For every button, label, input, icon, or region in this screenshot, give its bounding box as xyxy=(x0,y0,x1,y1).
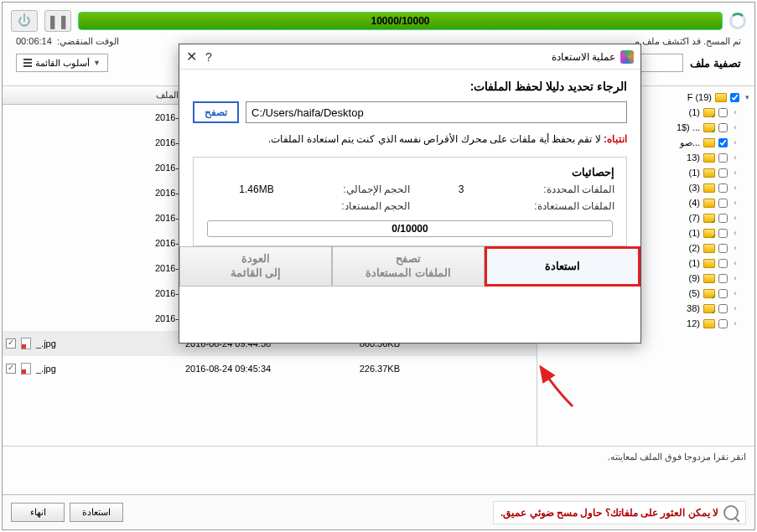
restore-dialog: عملية الاستعادة ? ✕ الرجاء تحديد دليلا ل… xyxy=(179,44,641,343)
chevron-down-icon: ▼ xyxy=(93,59,101,67)
tree-caret-icon: › xyxy=(731,229,739,237)
main-progress-bar: 10000/10000 xyxy=(78,12,723,30)
scan-status-text: تم المسح. قد اكتشف ملف مـ xyxy=(632,36,741,47)
file-icon xyxy=(21,338,31,349)
dialog-close-button[interactable]: ✕ xyxy=(186,49,197,65)
tree-checkbox[interactable] xyxy=(718,274,728,283)
dialog-help-button[interactable]: ? xyxy=(205,50,212,64)
tree-checkbox[interactable] xyxy=(718,319,728,328)
tree-caret-icon: › xyxy=(731,123,739,132)
tree-item-label: (1) xyxy=(689,168,700,178)
tree-caret-icon: › xyxy=(731,168,739,177)
warning-text: انتباه: لا تقم بحفظ أية ملفات على محرك ا… xyxy=(193,133,627,145)
tree-checkbox[interactable] xyxy=(718,153,728,163)
spinner-icon xyxy=(729,13,746,29)
folder-icon xyxy=(703,183,715,193)
folder-icon xyxy=(715,93,727,102)
browse-button[interactable]: تصفح xyxy=(193,101,239,123)
check-icon[interactable] xyxy=(6,364,16,374)
file-name: _.jpg xyxy=(36,338,185,349)
list-icon xyxy=(23,59,32,67)
tree-caret-icon: › xyxy=(731,259,739,267)
dialog-title: عملية الاستعادة xyxy=(552,51,615,63)
tree-item-label: F (19) xyxy=(687,92,712,102)
tree-checkbox[interactable] xyxy=(718,289,728,298)
tree-checkbox[interactable] xyxy=(730,93,739,102)
dialog-recover-button[interactable]: استعادة xyxy=(485,246,640,287)
recycle-icon xyxy=(620,50,634,64)
dialog-browse-recovered-button[interactable]: تصفحالملفات المستعادة xyxy=(332,246,485,287)
tree-item-label: (7) xyxy=(689,213,700,223)
tree-checkbox[interactable] xyxy=(718,214,728,223)
folder-icon xyxy=(703,168,715,178)
check-icon[interactable] xyxy=(6,338,16,349)
recover-button[interactable]: استعادة xyxy=(70,503,123,522)
file-icon xyxy=(21,363,31,374)
tree-checkbox[interactable] xyxy=(718,244,728,253)
folder-icon xyxy=(703,123,715,132)
pause-button[interactable]: ❚❚ xyxy=(44,10,71,32)
tree-caret-icon: › xyxy=(731,183,739,192)
stats-grid: الملفات المحددة: 3 الحجم الإجمالي: 1.46M… xyxy=(205,183,614,212)
tree-checkbox[interactable] xyxy=(718,259,728,268)
tree-checkbox[interactable] xyxy=(718,138,728,147)
tree-checkbox[interactable] xyxy=(718,199,728,208)
folder-icon xyxy=(703,244,715,253)
tree-item-label: 38) xyxy=(687,303,700,313)
preview-hint: انقر نقرا مزدوجا فوق الملف لمعاينته. xyxy=(3,446,754,471)
tree-item-label: (1) xyxy=(689,228,700,238)
tree-checkbox[interactable] xyxy=(718,123,728,132)
folder-icon xyxy=(703,199,715,208)
tree-item-label: 13) xyxy=(687,152,700,163)
folder-icon xyxy=(703,153,715,163)
tree-item-label: 12) xyxy=(687,318,700,328)
folder-icon xyxy=(703,304,715,313)
file-size: 226.37KB xyxy=(318,364,400,374)
tree-checkbox[interactable] xyxy=(718,183,728,193)
tree-item-label: (1) xyxy=(689,107,700,117)
tree-item-label: 1$) ... xyxy=(677,122,700,132)
tree-caret-icon: › xyxy=(731,289,739,297)
tree-item-label: (2) xyxy=(689,243,700,253)
tree-checkbox[interactable] xyxy=(718,229,728,238)
tree-caret-icon: › xyxy=(731,108,739,116)
tree-item-label: صو... xyxy=(680,137,700,148)
tree-item-label: (1) xyxy=(689,258,700,268)
stop-button[interactable]: ⏻ xyxy=(11,10,38,32)
file-name: _.jpg xyxy=(36,364,185,374)
stats-title: إحصائيات xyxy=(205,166,614,178)
tree-caret-icon: › xyxy=(731,319,739,328)
dialog-back-button[interactable]: العودةإلى القائمة xyxy=(179,246,332,287)
filter-label: تصفية ملف xyxy=(690,57,741,70)
tree-checkbox[interactable] xyxy=(718,304,728,313)
tree-checkbox[interactable] xyxy=(718,168,728,178)
tree-caret-icon: › xyxy=(731,214,739,222)
list-mode-label: أسلوب القائمة xyxy=(35,58,90,69)
tree-caret-icon: › xyxy=(731,199,739,207)
tree-item-label: (3) xyxy=(689,183,700,193)
file-row[interactable]: _.jpg2016-08-24 09:45:34226.37KB xyxy=(3,356,537,381)
file-date: 2016-08-24 09:45:34 xyxy=(185,364,318,374)
finish-button[interactable]: انهاء xyxy=(11,503,65,522)
tree-item-label: (5) xyxy=(689,288,700,298)
dialog-progress-bar: 0/10000 xyxy=(207,220,613,237)
folder-icon xyxy=(703,108,715,117)
list-mode-dropdown[interactable]: ▼ أسلوب القائمة xyxy=(16,54,108,72)
tree-caret-icon: › xyxy=(731,274,739,282)
folder-icon xyxy=(703,319,715,328)
magnifier-icon xyxy=(723,505,739,520)
tree-caret-icon: › xyxy=(731,153,739,162)
folder-icon xyxy=(703,259,715,268)
tree-checkbox[interactable] xyxy=(718,108,728,117)
deep-scan-link[interactable]: لا يمكن العثور على ملفاتك؟ حاول مسح ضوئي… xyxy=(493,501,746,524)
save-path-input[interactable] xyxy=(246,101,627,123)
tree-caret-icon: › xyxy=(731,138,739,147)
folder-icon xyxy=(703,289,715,298)
tree-item-label: (9) xyxy=(689,273,700,283)
tree-item-label: (4) xyxy=(689,198,700,208)
folder-icon xyxy=(703,229,715,238)
folder-icon xyxy=(703,274,715,283)
elapsed-time: الوقت المنقضي: 00:06:14 xyxy=(16,36,119,47)
folder-icon xyxy=(703,138,715,147)
folder-icon xyxy=(703,214,715,223)
